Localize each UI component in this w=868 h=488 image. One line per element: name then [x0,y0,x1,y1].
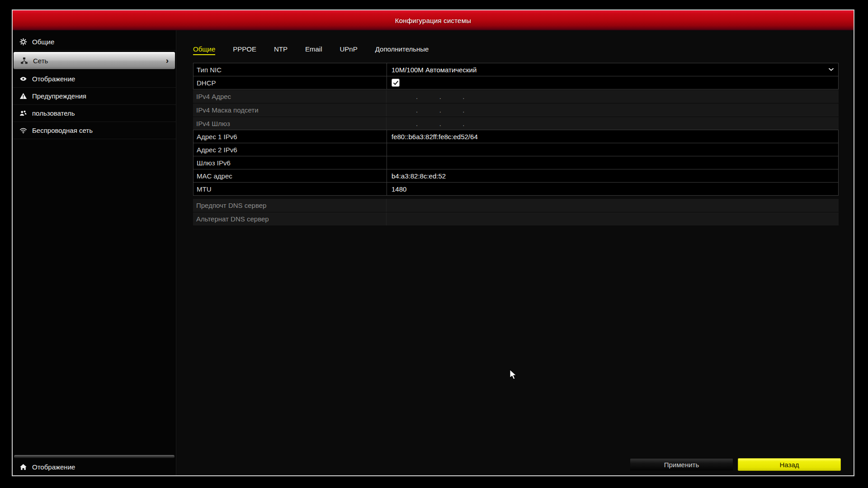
form-row-dhcp: DHCP [193,76,839,89]
form-row-alternate-dns: Альтернат DNS сервер [193,212,839,225]
tab-ntp[interactable]: NTP [274,45,288,55]
window-content: ОбщиеСеть›ОтображениеПредупрежденияпольз… [13,30,854,475]
system-configuration-window: Конфигурация системы ОбщиеСеть›Отображен… [12,9,854,476]
field-label: MAC адрес [193,169,387,182]
field-label: Предпочт DNS сервер [193,199,386,212]
tab-advanced[interactable]: Дополнительные [375,45,429,55]
form-row-ipv4-address: IPv4 Адрес. . . [193,89,839,103]
sidebar-bottom: Отображение [13,455,176,475]
mac-address-field[interactable]: b4:a3:82:8c:ed:52 [387,169,838,182]
field-label: Адрес 1 IPv6 [193,130,387,143]
sidebar-item-alerts[interactable]: Предупреждения [13,88,176,105]
sidebar-item-general[interactable]: Общие [13,33,176,51]
field-label: DHCP [193,76,387,89]
sidebar-item-live-view[interactable]: Отображение [13,458,176,475]
field-label: Адрес 2 IPv6 [193,143,387,156]
field-label: Альтернат DNS сервер [193,212,386,225]
sidebar-item-label: Отображение [32,75,75,83]
field-label: IPv4 Адрес [193,90,386,103]
back-button[interactable]: Назад [738,458,841,471]
ipv4-subnet-field: . . . [386,103,839,117]
sidebar-item-label: Отображение [32,463,75,471]
dhcp-checkbox[interactable] [392,79,400,87]
sidebar-item-label: Сеть [33,57,48,65]
form-row-nic-type: Тип NIC10M/100M Автоматический [193,63,839,76]
form-row-ipv4-subnet: IPv4 Маска подсети. . . [193,103,839,117]
tab-email[interactable]: Email [305,45,322,55]
field-label: IPv4 Маска подсети [193,103,386,117]
sidebar-item-display[interactable]: Отображение [13,70,176,88]
form-row-ipv6-address-1: Адрес 1 IPv6fe80::b6a3:82ff:fe8c:ed52/64 [193,130,839,143]
mtu-field[interactable]: 1480 [387,183,838,195]
sidebar-item-network[interactable]: Сеть› [14,52,175,69]
window-title: Конфигурация системы [395,17,471,24]
ipv4-gateway-field: . . . [386,117,839,130]
sidebar-item-label: Общие [32,38,54,46]
sidebar-item-label: Предупреждения [32,92,86,100]
title-bar: Конфигурация системы [13,10,854,30]
empty-ip-placeholder: . . . [391,120,465,127]
sidebar-nav: ОбщиеСеть›ОтображениеПредупрежденияпольз… [13,33,176,139]
form-row-ipv6-address-2: Адрес 2 IPv6 [193,143,839,156]
ipv4-address-field: . . . [386,90,839,103]
ipv6-address-2-field[interactable] [387,143,838,156]
mouse-cursor [509,369,519,380]
field-value: b4:a3:82:8c:ed:52 [392,172,446,180]
eye-icon [19,75,28,83]
field-value: fe80::b6a3:82ff:fe8c:ed52/64 [392,133,478,141]
field-label: IPv4 Шлюз [193,117,386,130]
sidebar-item-label: Беспроводная сеть [32,127,93,134]
sidebar-item-user[interactable]: пользователь [13,105,176,122]
dhcp-field[interactable] [387,76,838,89]
network-icon [19,57,29,65]
form-row-ipv6-gateway: Шлюз IPv6 [193,156,839,169]
form-row-preferred-dns: Предпочт DNS сервер [193,198,839,212]
ipv6-gateway-field[interactable] [387,156,838,169]
gear-icon [19,38,28,46]
field-label: Шлюз IPv6 [193,156,387,169]
sidebar: ОбщиеСеть›ОтображениеПредупрежденияпольз… [13,30,176,475]
main-panel: ОбщиеPPPOENTPEmailUPnPДополнительные Тип… [176,30,854,475]
field-label: Тип NIC [193,63,387,76]
wifi-icon [19,127,28,134]
field-value: 1480 [392,185,406,193]
tab-upnp[interactable]: UPnP [340,45,358,55]
warning-icon [19,92,28,100]
sidebar-item-label: пользователь [32,109,75,117]
apply-button[interactable]: Применить [630,458,733,471]
form-row-ipv4-gateway: IPv4 Шлюз. . . [193,117,839,130]
form-row-mtu: MTU1480 [193,182,839,196]
users-icon [19,109,28,117]
field-value: 10M/100M Автоматический [392,66,476,74]
ipv6-address-1-field[interactable]: fe80::b6a3:82ff:fe8c:ed52/64 [387,130,838,143]
empty-ip-placeholder: . . . [391,106,465,114]
nic-type-field[interactable]: 10M/100M Автоматический [387,63,838,76]
sidebar-divider-ridge [14,455,175,458]
chevron-down-icon [829,68,834,71]
form-row-mac-address: MAC адресb4:a3:82:8c:ed:52 [193,169,839,183]
sidebar-item-wireless[interactable]: Беспроводная сеть [13,122,176,139]
home-icon [19,463,28,471]
network-settings-table: Тип NIC10M/100M АвтоматическийDHCPIPv4 А… [193,63,839,225]
tab-general[interactable]: Общие [193,45,215,55]
alternate-dns-field [386,212,839,225]
tab-bar: ОбщиеPPPOENTPEmailUPnPДополнительные [193,45,854,55]
tab-pppoe[interactable]: PPPOE [233,45,256,55]
preferred-dns-field [386,199,839,212]
field-label: MTU [193,183,387,195]
empty-ip-placeholder: . . . [391,93,465,100]
